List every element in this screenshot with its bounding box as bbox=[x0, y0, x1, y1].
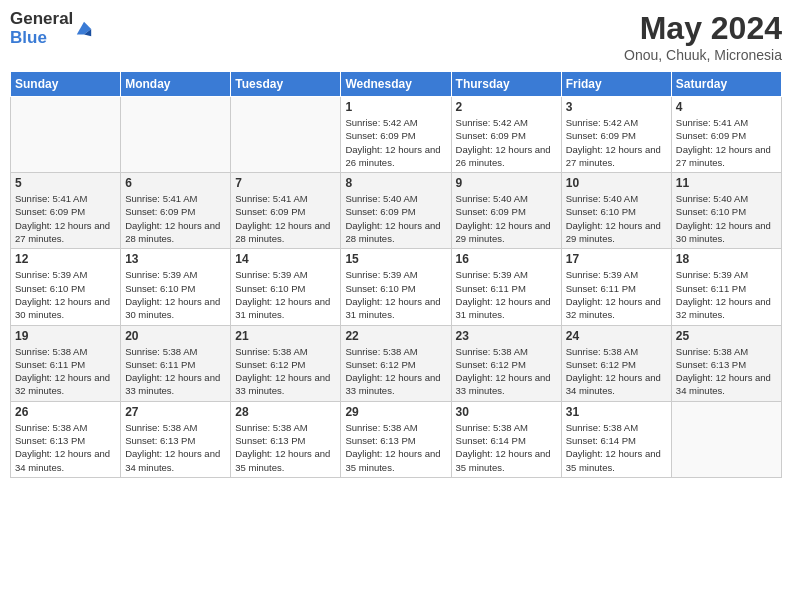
table-row bbox=[231, 97, 341, 173]
logo-icon bbox=[75, 20, 93, 38]
col-thursday: Thursday bbox=[451, 72, 561, 97]
table-row: 21Sunrise: 5:38 AM Sunset: 6:12 PM Dayli… bbox=[231, 325, 341, 401]
calendar-week-row: 1Sunrise: 5:42 AM Sunset: 6:09 PM Daylig… bbox=[11, 97, 782, 173]
table-row: 6Sunrise: 5:41 AM Sunset: 6:09 PM Daylig… bbox=[121, 173, 231, 249]
day-info: Sunrise: 5:39 AM Sunset: 6:10 PM Dayligh… bbox=[125, 268, 226, 321]
day-info: Sunrise: 5:39 AM Sunset: 6:10 PM Dayligh… bbox=[235, 268, 336, 321]
day-number: 31 bbox=[566, 405, 667, 419]
day-number: 30 bbox=[456, 405, 557, 419]
day-number: 26 bbox=[15, 405, 116, 419]
table-row: 9Sunrise: 5:40 AM Sunset: 6:09 PM Daylig… bbox=[451, 173, 561, 249]
table-row bbox=[11, 97, 121, 173]
day-number: 18 bbox=[676, 252, 777, 266]
table-row: 29Sunrise: 5:38 AM Sunset: 6:13 PM Dayli… bbox=[341, 401, 451, 477]
table-row: 30Sunrise: 5:38 AM Sunset: 6:14 PM Dayli… bbox=[451, 401, 561, 477]
table-row: 8Sunrise: 5:40 AM Sunset: 6:09 PM Daylig… bbox=[341, 173, 451, 249]
day-info: Sunrise: 5:38 AM Sunset: 6:12 PM Dayligh… bbox=[235, 345, 336, 398]
col-friday: Friday bbox=[561, 72, 671, 97]
table-row: 15Sunrise: 5:39 AM Sunset: 6:10 PM Dayli… bbox=[341, 249, 451, 325]
day-number: 8 bbox=[345, 176, 446, 190]
day-number: 16 bbox=[456, 252, 557, 266]
table-row: 24Sunrise: 5:38 AM Sunset: 6:12 PM Dayli… bbox=[561, 325, 671, 401]
day-number: 12 bbox=[15, 252, 116, 266]
table-row: 1Sunrise: 5:42 AM Sunset: 6:09 PM Daylig… bbox=[341, 97, 451, 173]
col-wednesday: Wednesday bbox=[341, 72, 451, 97]
table-row: 16Sunrise: 5:39 AM Sunset: 6:11 PM Dayli… bbox=[451, 249, 561, 325]
day-info: Sunrise: 5:38 AM Sunset: 6:14 PM Dayligh… bbox=[566, 421, 667, 474]
day-info: Sunrise: 5:40 AM Sunset: 6:09 PM Dayligh… bbox=[345, 192, 446, 245]
day-number: 17 bbox=[566, 252, 667, 266]
table-row: 13Sunrise: 5:39 AM Sunset: 6:10 PM Dayli… bbox=[121, 249, 231, 325]
table-row bbox=[671, 401, 781, 477]
day-info: Sunrise: 5:38 AM Sunset: 6:12 PM Dayligh… bbox=[345, 345, 446, 398]
day-info: Sunrise: 5:41 AM Sunset: 6:09 PM Dayligh… bbox=[125, 192, 226, 245]
day-info: Sunrise: 5:38 AM Sunset: 6:11 PM Dayligh… bbox=[15, 345, 116, 398]
day-number: 19 bbox=[15, 329, 116, 343]
table-row: 19Sunrise: 5:38 AM Sunset: 6:11 PM Dayli… bbox=[11, 325, 121, 401]
day-info: Sunrise: 5:39 AM Sunset: 6:11 PM Dayligh… bbox=[456, 268, 557, 321]
day-info: Sunrise: 5:38 AM Sunset: 6:13 PM Dayligh… bbox=[235, 421, 336, 474]
table-row: 17Sunrise: 5:39 AM Sunset: 6:11 PM Dayli… bbox=[561, 249, 671, 325]
day-number: 29 bbox=[345, 405, 446, 419]
day-info: Sunrise: 5:41 AM Sunset: 6:09 PM Dayligh… bbox=[676, 116, 777, 169]
day-info: Sunrise: 5:39 AM Sunset: 6:11 PM Dayligh… bbox=[566, 268, 667, 321]
day-info: Sunrise: 5:40 AM Sunset: 6:09 PM Dayligh… bbox=[456, 192, 557, 245]
day-number: 28 bbox=[235, 405, 336, 419]
col-monday: Monday bbox=[121, 72, 231, 97]
location: Onou, Chuuk, Micronesia bbox=[624, 47, 782, 63]
table-row bbox=[121, 97, 231, 173]
day-info: Sunrise: 5:39 AM Sunset: 6:11 PM Dayligh… bbox=[676, 268, 777, 321]
day-number: 7 bbox=[235, 176, 336, 190]
day-info: Sunrise: 5:38 AM Sunset: 6:13 PM Dayligh… bbox=[345, 421, 446, 474]
day-info: Sunrise: 5:42 AM Sunset: 6:09 PM Dayligh… bbox=[345, 116, 446, 169]
table-row: 10Sunrise: 5:40 AM Sunset: 6:10 PM Dayli… bbox=[561, 173, 671, 249]
day-info: Sunrise: 5:39 AM Sunset: 6:10 PM Dayligh… bbox=[15, 268, 116, 321]
logo: General Blue bbox=[10, 10, 93, 47]
day-number: 3 bbox=[566, 100, 667, 114]
day-info: Sunrise: 5:38 AM Sunset: 6:11 PM Dayligh… bbox=[125, 345, 226, 398]
day-number: 1 bbox=[345, 100, 446, 114]
day-info: Sunrise: 5:38 AM Sunset: 6:12 PM Dayligh… bbox=[456, 345, 557, 398]
table-row: 27Sunrise: 5:38 AM Sunset: 6:13 PM Dayli… bbox=[121, 401, 231, 477]
month-title: May 2024 bbox=[624, 10, 782, 47]
table-row: 20Sunrise: 5:38 AM Sunset: 6:11 PM Dayli… bbox=[121, 325, 231, 401]
day-number: 24 bbox=[566, 329, 667, 343]
logo-blue: Blue bbox=[10, 29, 73, 48]
day-info: Sunrise: 5:38 AM Sunset: 6:13 PM Dayligh… bbox=[15, 421, 116, 474]
day-info: Sunrise: 5:40 AM Sunset: 6:10 PM Dayligh… bbox=[566, 192, 667, 245]
day-number: 11 bbox=[676, 176, 777, 190]
table-row: 7Sunrise: 5:41 AM Sunset: 6:09 PM Daylig… bbox=[231, 173, 341, 249]
day-info: Sunrise: 5:38 AM Sunset: 6:14 PM Dayligh… bbox=[456, 421, 557, 474]
header: General Blue May 2024 Onou, Chuuk, Micro… bbox=[10, 10, 782, 63]
col-saturday: Saturday bbox=[671, 72, 781, 97]
day-number: 9 bbox=[456, 176, 557, 190]
table-row: 12Sunrise: 5:39 AM Sunset: 6:10 PM Dayli… bbox=[11, 249, 121, 325]
calendar-week-row: 12Sunrise: 5:39 AM Sunset: 6:10 PM Dayli… bbox=[11, 249, 782, 325]
calendar-week-row: 5Sunrise: 5:41 AM Sunset: 6:09 PM Daylig… bbox=[11, 173, 782, 249]
day-number: 14 bbox=[235, 252, 336, 266]
day-number: 15 bbox=[345, 252, 446, 266]
day-info: Sunrise: 5:41 AM Sunset: 6:09 PM Dayligh… bbox=[235, 192, 336, 245]
day-number: 13 bbox=[125, 252, 226, 266]
day-info: Sunrise: 5:40 AM Sunset: 6:10 PM Dayligh… bbox=[676, 192, 777, 245]
day-info: Sunrise: 5:41 AM Sunset: 6:09 PM Dayligh… bbox=[15, 192, 116, 245]
table-row: 22Sunrise: 5:38 AM Sunset: 6:12 PM Dayli… bbox=[341, 325, 451, 401]
day-number: 25 bbox=[676, 329, 777, 343]
table-row: 26Sunrise: 5:38 AM Sunset: 6:13 PM Dayli… bbox=[11, 401, 121, 477]
day-info: Sunrise: 5:42 AM Sunset: 6:09 PM Dayligh… bbox=[566, 116, 667, 169]
table-row: 3Sunrise: 5:42 AM Sunset: 6:09 PM Daylig… bbox=[561, 97, 671, 173]
title-block: May 2024 Onou, Chuuk, Micronesia bbox=[624, 10, 782, 63]
day-number: 4 bbox=[676, 100, 777, 114]
calendar-table: Sunday Monday Tuesday Wednesday Thursday… bbox=[10, 71, 782, 478]
day-info: Sunrise: 5:42 AM Sunset: 6:09 PM Dayligh… bbox=[456, 116, 557, 169]
day-info: Sunrise: 5:38 AM Sunset: 6:13 PM Dayligh… bbox=[125, 421, 226, 474]
table-row: 4Sunrise: 5:41 AM Sunset: 6:09 PM Daylig… bbox=[671, 97, 781, 173]
logo-text: General Blue bbox=[10, 10, 73, 47]
table-row: 5Sunrise: 5:41 AM Sunset: 6:09 PM Daylig… bbox=[11, 173, 121, 249]
day-number: 20 bbox=[125, 329, 226, 343]
day-number: 6 bbox=[125, 176, 226, 190]
table-row: 23Sunrise: 5:38 AM Sunset: 6:12 PM Dayli… bbox=[451, 325, 561, 401]
calendar-week-row: 26Sunrise: 5:38 AM Sunset: 6:13 PM Dayli… bbox=[11, 401, 782, 477]
day-number: 27 bbox=[125, 405, 226, 419]
calendar-header-row: Sunday Monday Tuesday Wednesday Thursday… bbox=[11, 72, 782, 97]
